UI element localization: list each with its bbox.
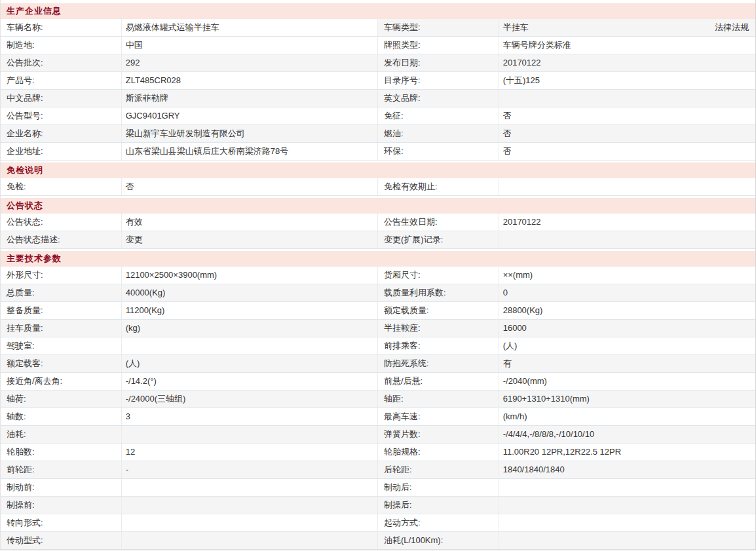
- field-value: 车辆号牌分类标准: [499, 37, 755, 54]
- field-value-text: ZLT485CR028: [126, 75, 181, 85]
- field-value-text: 否: [503, 107, 512, 124]
- field-label: 制动后:: [378, 479, 499, 496]
- field-label-text: 额定载客:: [7, 358, 43, 368]
- field-value-text: 16000: [503, 320, 527, 337]
- field-value: [122, 479, 378, 496]
- field-label: 后轮距:: [378, 461, 499, 478]
- field-label-text: 企业地址:: [7, 146, 43, 156]
- field-label-text: 制动后:: [384, 482, 412, 492]
- table-row: 制操前:制操后:: [1, 497, 755, 514]
- field-value-text: 半挂车: [503, 19, 529, 36]
- field-value-text: 28800(Kg): [503, 302, 543, 319]
- section-header: 免检说明: [1, 162, 755, 178]
- field-label-text: 防抱死系统:: [384, 358, 429, 368]
- field-value: 半挂车法律法规: [499, 19, 755, 36]
- field-value-text: 0: [503, 284, 508, 301]
- field-label-text: 后轮距:: [384, 465, 412, 474]
- table-row: 轴数:3最高车速:(km/h): [1, 408, 755, 426]
- table-row: 制动前:制动后:: [1, 479, 755, 497]
- field-label: 发布日期:: [378, 54, 499, 71]
- field-value: 20170122: [499, 214, 755, 231]
- field-label-text: 燃油:: [384, 128, 404, 138]
- field-label-text: 额定载质量:: [384, 305, 429, 315]
- field-value: 有效: [122, 214, 378, 231]
- field-label: 接近角/离去角:: [1, 373, 122, 390]
- field-label-text: 目录序号:: [384, 75, 421, 85]
- field-value: 12100×2500×3900(mm): [122, 267, 378, 284]
- field-label-text: 轮胎规格:: [384, 447, 421, 457]
- field-label: 防抱死系统:: [378, 355, 499, 372]
- field-value-text: 20170122: [503, 54, 541, 71]
- field-label: 起动方式:: [378, 514, 499, 531]
- field-label: 免检有效期止:: [378, 178, 499, 195]
- field-value: [122, 497, 378, 514]
- field-label-text: 总质量:: [7, 288, 35, 297]
- field-value: [122, 514, 378, 531]
- field-value-text: 易燃液体罐式运输半挂车: [126, 22, 219, 32]
- field-label-text: 免检有效期止:: [384, 181, 438, 191]
- field-label: 制操前:: [1, 497, 122, 514]
- field-label: 轴距:: [378, 390, 499, 408]
- field-value: 梁山新宇车业研发制造有限公司: [122, 125, 378, 142]
- section: 公告状态公告状态:有效公告生效日期:20170122公告状态描述:变更变更(扩展…: [1, 198, 755, 249]
- field-value: 山东省梁山县梁山镇后庄大桥南梁济路78号: [122, 143, 378, 160]
- field-label: 总质量:: [1, 284, 122, 301]
- field-label: 最高车速:: [378, 408, 499, 425]
- field-label-text: 前悬/后悬:: [384, 376, 423, 386]
- field-value: -/24000(三轴组): [122, 390, 378, 408]
- field-value-text: 有效: [126, 217, 143, 227]
- field-value: 易燃液体罐式运输半挂车: [122, 19, 378, 36]
- field-label: 轮胎规格:: [378, 444, 499, 461]
- field-value: [499, 532, 755, 549]
- vehicle-announcement-table: 生产企业信息车辆名称:易燃液体罐式运输半挂车车辆类型:半挂车法律法规制造地:中国…: [0, 0, 756, 550]
- field-label: 产品号:: [1, 72, 122, 89]
- field-label-text: 传动型式:: [7, 535, 43, 545]
- field-value-text: (人): [503, 337, 518, 354]
- field-value-text: 3: [126, 411, 130, 421]
- field-label: 目录序号:: [378, 72, 499, 89]
- field-label-text: 免检:: [7, 181, 26, 191]
- field-value-text: 变更: [126, 235, 143, 244]
- field-label-text: 车辆类型:: [384, 22, 421, 32]
- field-label-text: 轴数:: [7, 411, 26, 421]
- table-row: 前轮距:-后轮距:1840/1840/1840: [1, 461, 755, 479]
- table-row: 公告型号:GJC9401GRY免征:否: [1, 107, 755, 125]
- table-row: 整备质量:11200(Kg)额定载质量:28800(Kg): [1, 302, 755, 320]
- field-label-text: 公告生效日期:: [384, 217, 438, 227]
- field-label-text: 油耗:: [7, 429, 26, 439]
- field-value: 3: [122, 408, 378, 425]
- field-label-text: 油耗(L/100Km):: [384, 535, 443, 545]
- field-value-text: 否: [126, 181, 134, 191]
- field-label: 环保:: [378, 143, 499, 160]
- table-row: 免检:否免检有效期止:: [1, 178, 755, 196]
- field-label: 转向形式:: [1, 514, 122, 531]
- table-row: 轴荷:-/24000(三轴组)轴距:6190+1310+1310(mm): [1, 390, 755, 408]
- field-label-text: 公告状态描述:: [7, 235, 60, 244]
- field-value-text: 否: [503, 125, 512, 142]
- field-value-text: 斯派菲勒牌: [126, 93, 168, 103]
- field-label: 半挂鞍座:: [378, 320, 499, 337]
- table-row: 企业名称:梁山新宇车业研发制造有限公司燃油:否: [1, 125, 755, 143]
- field-label-text: 转向形式:: [7, 518, 43, 527]
- field-value-text: 12100×2500×3900(mm): [126, 270, 217, 280]
- field-value: 有: [499, 355, 755, 372]
- section: 主要技术参数外形尺寸:12100×2500×3900(mm)货厢尺寸:××(mm…: [1, 251, 755, 550]
- legal-regulations-link[interactable]: 法律法规: [715, 19, 755, 36]
- field-value: [122, 532, 378, 549]
- field-label-text: 制动前:: [7, 482, 35, 492]
- section: 免检说明免检:否免检有效期止:: [1, 162, 755, 196]
- field-value: 11.00R20 12PR,12R22.5 12PR: [499, 444, 755, 461]
- field-label: 前悬/后悬:: [378, 373, 499, 390]
- field-value: 16000: [499, 320, 755, 337]
- field-value: ××(mm): [499, 267, 755, 284]
- table-row: 传动型式:油耗(L/100Km):: [1, 532, 755, 550]
- field-value: 否: [122, 178, 378, 195]
- field-value-text: 中国: [126, 40, 143, 50]
- field-value-text: (km/h): [503, 408, 527, 425]
- field-value-text: 11.00R20 12PR,12R22.5 12PR: [503, 444, 621, 461]
- field-label: 外形尺寸:: [1, 267, 122, 284]
- field-label-text: 制造地:: [7, 40, 35, 50]
- field-value: (人): [499, 337, 755, 354]
- section-rows: 车辆名称:易燃液体罐式运输半挂车车辆类型:半挂车法律法规制造地:中国牌照类型:车…: [1, 19, 755, 161]
- field-value: 28800(Kg): [499, 302, 755, 319]
